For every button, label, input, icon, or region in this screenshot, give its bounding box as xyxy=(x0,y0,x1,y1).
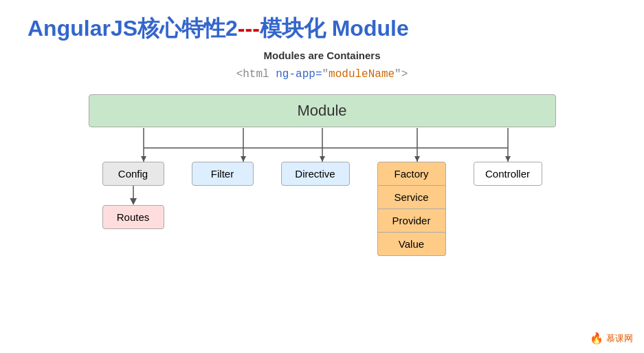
svg-marker-9 xyxy=(320,156,325,162)
svg-marker-11 xyxy=(505,156,511,162)
svg-marker-8 xyxy=(241,156,246,162)
config-col: Config Routes xyxy=(102,162,164,229)
slide-title: AngularJS核心特性2---模块化 Module xyxy=(27,14,617,44)
service-box: Service xyxy=(377,186,446,209)
code-tag-close: > xyxy=(401,68,408,81)
title-dash: --- xyxy=(238,16,260,41)
slide: AngularJS核心特性2---模块化 Module Modules are … xyxy=(0,0,644,353)
module-box: Module xyxy=(89,94,556,127)
watermark: 🔥 慕课网 xyxy=(590,332,633,345)
factory-box: Factory xyxy=(377,162,446,186)
svg-marker-13 xyxy=(130,198,137,205)
code-value: moduleName xyxy=(329,68,395,81)
code-quote-close: " xyxy=(395,68,401,81)
code-tag-open: <html xyxy=(236,68,276,81)
provider-box: Provider xyxy=(377,209,446,233)
services-group: Factory Service Provider Value xyxy=(377,162,446,256)
filter-col: Filter xyxy=(192,162,254,186)
directive-box: Directive xyxy=(281,162,350,186)
directive-col: Directive xyxy=(281,162,350,186)
services-col: Factory Service Provider Value xyxy=(377,162,446,256)
svg-marker-7 xyxy=(141,156,146,162)
code-quote-open: " xyxy=(322,68,329,81)
controller-box: Controller xyxy=(474,162,542,186)
watermark-text: 慕课网 xyxy=(606,332,633,345)
connector-lines xyxy=(89,127,556,162)
module-diagram: Module Con xyxy=(27,94,617,256)
title-english: 模块化 Module xyxy=(260,16,409,41)
slide-subtitle: Modules are Containers xyxy=(27,50,617,61)
title-chinese: AngularJS核心特性2 xyxy=(27,16,238,41)
controller-col: Controller xyxy=(474,162,542,186)
config-arrow xyxy=(126,186,140,205)
code-example: <html ng-app="moduleName"> xyxy=(27,68,617,81)
config-box: Config xyxy=(102,162,164,186)
children-row: Config Routes Filter Directive Factory xyxy=(89,162,556,256)
watermark-icon: 🔥 xyxy=(590,332,603,345)
routes-box: Routes xyxy=(102,205,164,229)
filter-box: Filter xyxy=(192,162,254,186)
svg-marker-10 xyxy=(414,156,420,162)
value-box: Value xyxy=(377,233,446,256)
code-attr: ng-app= xyxy=(276,68,322,81)
